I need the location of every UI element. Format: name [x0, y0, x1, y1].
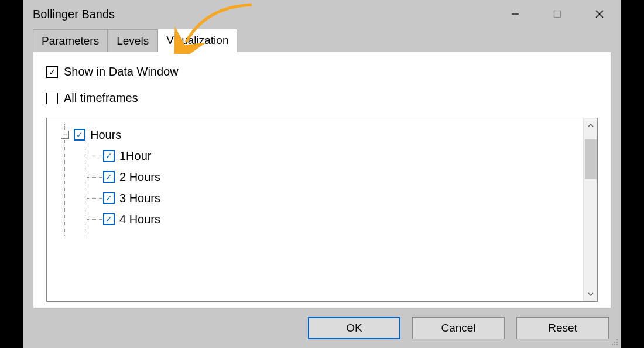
svg-point-6 [616, 342, 618, 343]
maximize-button[interactable] [536, 0, 578, 28]
maximize-icon [553, 10, 561, 18]
tab-bar: Parameters Levels Visualization [23, 28, 621, 52]
expand-collapse-toggle[interactable]: − [61, 131, 69, 139]
tree-node-2hours[interactable]: 2 Hours [103, 166, 577, 187]
chevron-up-icon [588, 122, 594, 128]
titlebar: Bollinger Bands [23, 0, 621, 28]
show-in-data-window-checkbox[interactable] [46, 66, 58, 78]
minimize-icon [511, 10, 519, 18]
1hour-checkbox[interactable] [103, 150, 115, 162]
tree-label-3hours: 3 Hours [119, 192, 160, 205]
dialog-window: Bollinger Bands Parameters Levels Visual… [23, 0, 621, 348]
show-in-data-window-label: Show in Data Window [64, 65, 179, 79]
svg-point-4 [616, 339, 618, 340]
svg-point-8 [614, 344, 615, 345]
tab-content: Show in Data Window All timeframes − [33, 52, 611, 308]
all-timeframes-checkbox[interactable] [46, 93, 58, 104]
tree-label-4hours: 4 Hours [119, 213, 160, 226]
2hours-checkbox[interactable] [103, 171, 115, 183]
chevron-down-icon [588, 291, 594, 297]
tree-content: − Hours 1Hour 2 Hours 3 Hours [47, 118, 583, 301]
window-title: Bollinger Bands [33, 8, 115, 21]
scroll-down-arrow[interactable] [584, 287, 597, 301]
window-controls [494, 0, 621, 28]
tree-node-hours[interactable]: − Hours [61, 124, 577, 145]
close-button[interactable] [578, 0, 621, 28]
reset-button[interactable]: Reset [516, 317, 609, 339]
resize-grip-icon[interactable] [609, 336, 619, 347]
ok-button[interactable]: OK [308, 317, 400, 339]
timeframes-tree-panel: − Hours 1Hour 2 Hours 3 Hours [46, 118, 598, 302]
svg-point-9 [616, 344, 618, 345]
close-icon [595, 9, 604, 19]
all-timeframes-row: All timeframes [46, 91, 598, 105]
scroll-up-arrow[interactable] [584, 118, 597, 132]
tree-node-3hours[interactable]: 3 Hours [103, 187, 577, 209]
all-timeframes-label: All timeframes [64, 91, 138, 105]
tree-scrollbar[interactable] [583, 118, 597, 301]
scroll-thumb[interactable] [585, 139, 597, 179]
4hours-checkbox[interactable] [103, 213, 115, 225]
tree-label-2hours: 2 Hours [119, 170, 160, 184]
tree-label-1hour: 1Hour [119, 149, 151, 163]
tree-node-4hours[interactable]: 4 Hours [103, 209, 577, 230]
svg-point-5 [614, 342, 615, 343]
minimize-button[interactable] [494, 0, 536, 28]
show-in-data-window-row: Show in Data Window [46, 65, 598, 79]
tree-node-1hour[interactable]: 1Hour [103, 145, 577, 166]
tab-levels[interactable]: Levels [108, 29, 157, 52]
3hours-checkbox[interactable] [103, 192, 115, 204]
tab-parameters[interactable]: Parameters [33, 29, 108, 52]
cancel-button[interactable]: Cancel [412, 317, 505, 339]
svg-rect-1 [554, 11, 561, 18]
dialog-footer: OK Cancel Reset [23, 308, 621, 348]
hours-checkbox[interactable] [74, 129, 85, 141]
tab-visualization[interactable]: Visualization [157, 29, 237, 52]
svg-point-7 [612, 344, 613, 345]
tree-label-hours: Hours [90, 128, 121, 142]
